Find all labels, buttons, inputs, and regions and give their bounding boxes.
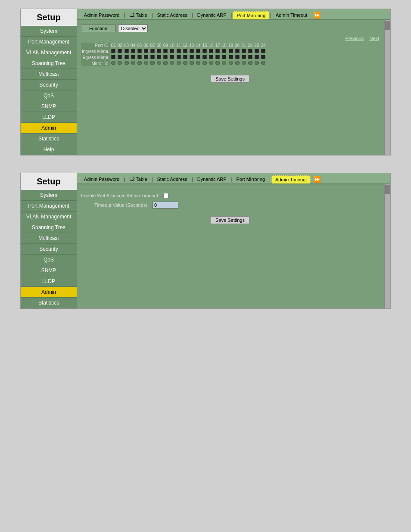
sidebar-item-lldp-1[interactable]: LLDP (21, 112, 77, 123)
nav-previous[interactable]: Previous (345, 36, 364, 41)
sidebar-item-vlanmgmt-2[interactable]: VLAN Management (21, 212, 77, 222)
scroll-thumb-2[interactable] (385, 185, 390, 194)
tab-admin-timeout-1[interactable]: Admin Timeout (272, 11, 311, 19)
save-settings-btn-1[interactable]: Save Settings (211, 75, 249, 83)
mirrorto-cb-5[interactable] (137, 61, 142, 65)
mirrorto-cb-6[interactable] (144, 61, 148, 65)
ingress-cb-9[interactable] (163, 49, 168, 53)
sidebar-item-spanningtree-2[interactable]: Spanning Tree (21, 222, 77, 233)
sidebar-item-spanningtree-1[interactable]: Spanning Tree (21, 58, 77, 69)
ingress-cb-5[interactable] (137, 49, 142, 53)
save-settings-btn-2[interactable]: Save Settings (211, 216, 249, 224)
enable-timeout-checkbox[interactable] (163, 193, 168, 198)
tab-port-mirroring-1[interactable]: Port Mirroring (233, 11, 269, 19)
sidebar-item-admin-2[interactable]: Admin (21, 287, 77, 298)
ingress-cb-12[interactable] (183, 49, 187, 53)
egress-cb-11[interactable] (177, 55, 181, 59)
ingress-cb-14[interactable] (196, 49, 200, 53)
mirrorto-cb-16[interactable] (209, 61, 213, 65)
ingress-cb-8[interactable] (157, 49, 161, 53)
mirrorto-cb-23[interactable] (255, 61, 259, 65)
tab-admin-password-1[interactable]: Admin Password (81, 11, 123, 19)
mirrorto-cb-1[interactable] (111, 61, 115, 65)
mirrorto-cb-4[interactable] (131, 61, 135, 65)
ingress-cb-7[interactable] (150, 49, 155, 53)
egress-cb-23[interactable] (255, 55, 259, 59)
egress-cb-15[interactable] (202, 55, 207, 59)
egress-cb-7[interactable] (150, 55, 155, 59)
sidebar-item-multicast-2[interactable]: Multicast (21, 233, 77, 244)
sidebar-item-system-1[interactable]: System (21, 26, 77, 37)
tab2-l2table[interactable]: L2 Table (126, 175, 150, 183)
egress-cb-20[interactable] (235, 55, 240, 59)
ingress-cb-6[interactable] (144, 49, 148, 53)
egress-cb-14[interactable] (196, 55, 200, 59)
sidebar-item-lldp-2[interactable]: LLDP (21, 276, 77, 287)
mirrorto-cb-24[interactable] (261, 61, 265, 65)
egress-cb-10[interactable] (170, 55, 174, 59)
egress-cb-12[interactable] (183, 55, 187, 59)
mirrorto-cb-2[interactable] (118, 61, 122, 65)
egress-cb-19[interactable] (229, 55, 233, 59)
mirrorto-cb-17[interactable] (215, 61, 220, 65)
mirrorto-cb-18[interactable] (222, 61, 226, 65)
tab2-admin-password[interactable]: Admin Password (81, 175, 123, 183)
mirrorto-cb-22[interactable] (248, 61, 252, 65)
sidebar-item-system-2[interactable]: System (21, 190, 77, 201)
ingress-cb-20[interactable] (235, 49, 240, 53)
egress-cb-24[interactable] (261, 55, 265, 59)
ingress-cb-17[interactable] (215, 49, 220, 53)
scrollbar-1[interactable] (384, 20, 390, 155)
sidebar-item-admin-1[interactable]: Admin (21, 123, 77, 134)
mirrorto-cb-19[interactable] (229, 61, 233, 65)
ingress-cb-10[interactable] (170, 49, 174, 53)
egress-cb-17[interactable] (215, 55, 220, 59)
nav-next[interactable]: Next (369, 36, 379, 41)
ingress-cb-22[interactable] (248, 49, 252, 53)
egress-cb-1[interactable] (111, 55, 115, 59)
egress-cb-5[interactable] (137, 55, 142, 59)
sidebar-item-portmgmt-2[interactable]: Port Management (21, 201, 77, 212)
tab2-dynamic-arp[interactable]: Dynamic ARP (194, 175, 230, 183)
sidebar-item-vlanmgmt-1[interactable]: VLAN Management (21, 47, 77, 58)
ingress-cb-1[interactable] (111, 49, 115, 53)
egress-cb-22[interactable] (248, 55, 252, 59)
mirrorto-cb-3[interactable] (125, 61, 129, 65)
mirrorto-cb-20[interactable] (235, 61, 240, 65)
tab-l2table-1[interactable]: L2 Table (126, 11, 150, 19)
egress-cb-13[interactable] (190, 55, 194, 59)
egress-cb-4[interactable] (131, 55, 135, 59)
egress-cb-8[interactable] (157, 55, 161, 59)
ingress-cb-15[interactable] (202, 49, 207, 53)
sidebar-item-help-1[interactable]: Help (21, 144, 77, 155)
ingress-cb-2[interactable] (118, 49, 122, 53)
mirrorto-cb-11[interactable] (177, 61, 181, 65)
ingress-cb-4[interactable] (131, 49, 135, 53)
sidebar-item-qos-1[interactable]: QoS (21, 90, 77, 101)
egress-cb-18[interactable] (222, 55, 226, 59)
sidebar-item-portmgmt-1[interactable]: Port Management (21, 37, 77, 47)
timeout-value-input[interactable] (153, 202, 178, 208)
sidebar-item-security-1[interactable]: Security (21, 80, 77, 90)
ingress-cb-21[interactable] (242, 49, 246, 53)
egress-cb-2[interactable] (118, 55, 122, 59)
egress-cb-16[interactable] (209, 55, 213, 59)
mirrorto-cb-14[interactable] (196, 61, 200, 65)
sidebar-item-statistics-1[interactable]: Statistics (21, 134, 77, 144)
sidebar-item-security-2[interactable]: Security (21, 244, 77, 255)
sidebar-item-multicast-1[interactable]: Multicast (21, 69, 77, 80)
egress-cb-9[interactable] (163, 55, 168, 59)
ingress-cb-24[interactable] (261, 49, 265, 53)
tab-next-2[interactable]: ⏩ (311, 175, 322, 184)
ingress-cb-11[interactable] (177, 49, 181, 53)
egress-cb-3[interactable] (125, 55, 129, 59)
mirrorto-cb-8[interactable] (157, 61, 161, 65)
scroll-thumb-1[interactable] (385, 21, 390, 30)
egress-cb-21[interactable] (242, 55, 246, 59)
ingress-cb-13[interactable] (190, 49, 194, 53)
tab-next-1[interactable]: ⏩ (311, 11, 322, 19)
mirrorto-cb-13[interactable] (190, 61, 194, 65)
tab2-static-address[interactable]: Static Address (154, 175, 191, 183)
function-select[interactable]: Disabled Enabled (118, 25, 148, 32)
ingress-cb-23[interactable] (255, 49, 259, 53)
